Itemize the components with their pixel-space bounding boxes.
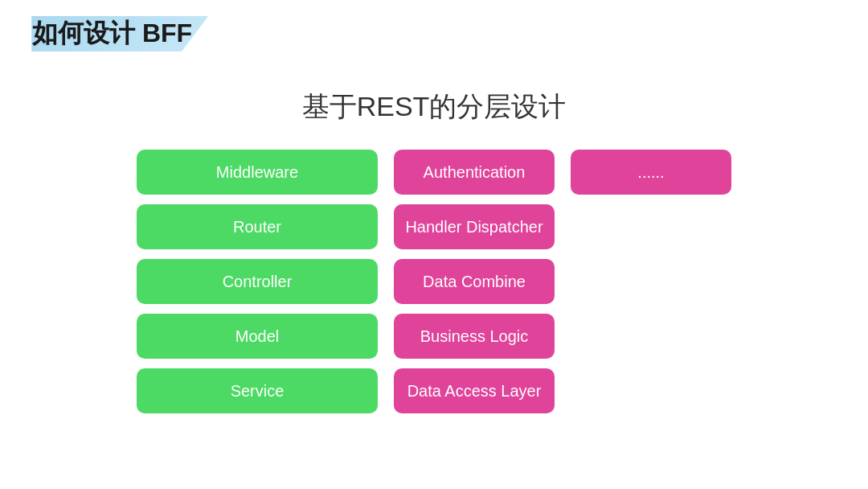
controller-button[interactable]: Controller [137,259,378,304]
extra-column: ...... [571,150,731,195]
right-column: Authentication Handler Dispatcher Data C… [394,150,555,413]
subtitle: 基于REST的分层设计 [0,88,868,125]
page-title: 如何设计 BFF [32,16,192,51]
main-content: Middleware Router Controller Model Servi… [0,150,868,413]
middleware-button[interactable]: Middleware [137,150,378,195]
title-wrapper: 如何设计 BFF [32,16,192,51]
data-combine-button[interactable]: Data Combine [394,259,555,304]
model-button[interactable]: Model [137,314,378,359]
authentication-button[interactable]: Authentication [394,150,555,195]
left-column: Middleware Router Controller Model Servi… [137,150,378,413]
data-access-layer-button[interactable]: Data Access Layer [394,368,555,413]
more-button[interactable]: ...... [571,150,731,195]
header-section: 如何设计 BFF [32,16,192,51]
handler-dispatcher-button[interactable]: Handler Dispatcher [394,204,555,249]
business-logic-button[interactable]: Business Logic [394,314,555,359]
diagram-container: Middleware Router Controller Model Servi… [137,150,731,413]
router-button[interactable]: Router [137,204,378,249]
service-button[interactable]: Service [137,368,378,413]
